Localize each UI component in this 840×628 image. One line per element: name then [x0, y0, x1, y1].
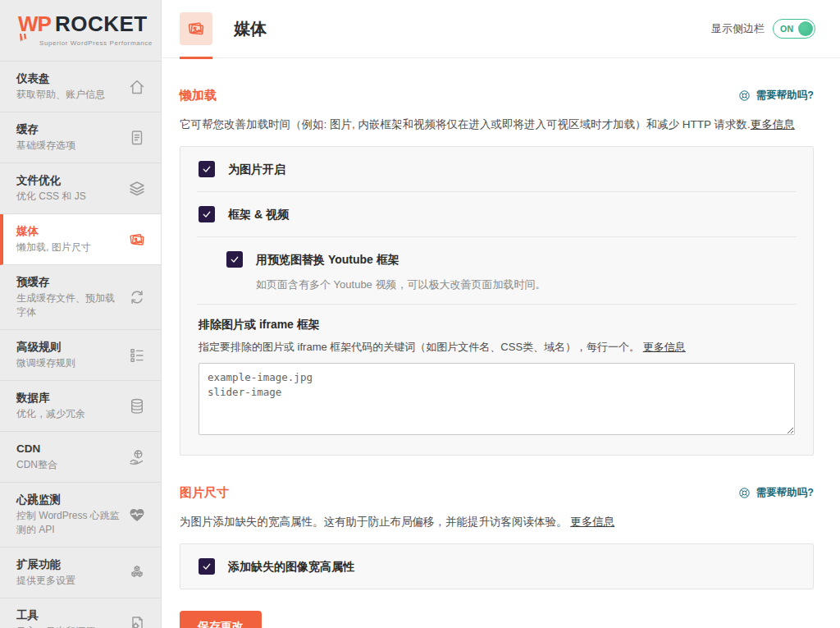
database-icon: [126, 397, 148, 416]
lifebuoy-icon: [737, 89, 751, 103]
image-dimensions-card: 添加缺失的图像宽高属性: [180, 543, 814, 589]
sidebar-item-title: 数据库: [16, 391, 121, 406]
lazyload-iframes-row[interactable]: 框架 & 视频: [180, 192, 813, 236]
sidebar-item-title: CDN: [16, 442, 121, 456]
sidebar-item-preload[interactable]: 预缓存 生成缓存文件、预加载字体: [0, 265, 161, 330]
sidebar-item-desc: 微调缓存规则: [16, 356, 121, 370]
sidebar-item-addons[interactable]: 扩展功能 提供更多设置: [0, 548, 161, 598]
sidebar-item-cdn[interactable]: CDN CDN整合: [0, 432, 161, 483]
sidebar-item-title: 缓存: [16, 122, 121, 137]
wp-rocket-settings-app: WP ROCKET Superior WordPress Performance…: [0, 0, 840, 628]
document-icon: [126, 128, 148, 148]
youtube-preview-label: 用预览图替换 Youtube 框架: [256, 251, 399, 268]
image-dimensions-help-link[interactable]: 需要帮助吗?: [737, 486, 814, 500]
lazyload-description-text: 它可帮您改善加载时间（例如: 图片, 内嵌框架和视频将仅在进入或即将进入可视区域…: [180, 118, 751, 131]
sidebar-item-desc: 优化，减少冗余: [16, 407, 121, 421]
youtube-preview-row[interactable]: 用预览图替换 Youtube 框架: [180, 237, 813, 273]
lazyload-iframes-checkbox[interactable]: [199, 206, 215, 222]
image-dimensions-description-text: 为图片添加缺失的宽高属性。这有助于防止布局偏移，并能提升访客阅读体验。: [180, 516, 568, 528]
sidebar-item-title: 心跳监测: [16, 493, 121, 507]
youtube-preview-subtext: 如页面含有多个 Youtube 视频，可以极大改善页面加载时间。: [256, 277, 813, 292]
help-link-label: 需要帮助吗?: [756, 89, 814, 103]
sidebar-item-desc: 优化 CSS 和 JS: [16, 190, 121, 204]
exclude-images-block: 排除图片或 iframe 框架 指定要排除的图片或 iframe 框架代码的关键…: [180, 305, 813, 455]
lazyload-options-card: 为图片开启 框架 & 视频 用预览图替换 Youtube 框架 如页面含有: [180, 146, 814, 456]
help-link-label: 需要帮助吗?: [756, 486, 814, 500]
lazyload-more-info-link[interactable]: 更多信息: [751, 118, 795, 131]
exclude-images-textarea[interactable]: example-image.jpg slider-image: [199, 363, 795, 435]
checklist-icon: [126, 346, 148, 365]
sidebar-item-desc: 生成缓存文件、预加载字体: [16, 291, 121, 319]
page-title: 媒体: [234, 18, 267, 40]
sidebar-item-desc: 基础缓存选项: [16, 139, 121, 153]
sidebar-item-cache[interactable]: 缓存 基础缓存选项: [0, 112, 161, 163]
sidebar-item-title: 仪表盘: [16, 71, 121, 86]
active-tab-accent-bar: [180, 57, 212, 59]
sidebar-item-database[interactable]: 数据库 优化，减少冗余: [0, 381, 161, 432]
sidebar-item-desc: 导入、导出和还原: [16, 625, 121, 628]
heartbeat-icon: [126, 505, 148, 525]
sidebar-item-title: 扩展功能: [16, 557, 121, 572]
sidebar-item-title: 预缓存: [16, 275, 121, 290]
sidebar-item-desc: 控制 WordPress 心跳监测的 API: [16, 509, 121, 537]
exclude-images-label: 排除图片或 iframe 框架: [199, 318, 795, 332]
sidebar-item-advanced-rules[interactable]: 高级规则 微调缓存规则: [0, 330, 161, 381]
sidebar-item-file-optimization[interactable]: 文件优化 优化 CSS 和 JS: [0, 163, 161, 214]
show-sidebar-label: 显示侧边栏: [711, 21, 765, 36]
globe-hand-icon: [126, 447, 148, 467]
exclude-more-info-link[interactable]: 更多信息: [643, 341, 686, 353]
sidebar-item-tools[interactable]: 工具 导入、导出和还原: [0, 598, 161, 628]
save-changes-button[interactable]: 保存更改: [180, 611, 262, 628]
add-dimensions-checkbox[interactable]: [199, 558, 215, 575]
main-panel: 媒体 显示侧边栏 ON 懒加载 需要帮助吗? 它可帮您改善加载时间（例如:: [162, 0, 840, 628]
rocket-flame-icon: [19, 34, 30, 44]
sidebar-item-heartbeat[interactable]: 心跳监测 控制 WordPress 心跳监测的 API: [0, 483, 161, 548]
layers-icon: [126, 179, 148, 199]
lazyload-iframes-label: 框架 & 视频: [228, 206, 289, 222]
add-dimensions-row[interactable]: 添加缺失的图像宽高属性: [180, 544, 813, 589]
sidebar-item-media[interactable]: 媒体 懒加载, 图片尺寸: [0, 214, 161, 265]
image-dimensions-section-title: 图片尺寸: [180, 485, 229, 501]
media-page-icon: [180, 12, 212, 45]
cubes-icon: [126, 563, 148, 583]
lazyload-images-checkbox[interactable]: [199, 161, 215, 177]
logo-tagline: Superior WordPress Performance: [39, 39, 149, 47]
youtube-preview-checkbox[interactable]: [226, 251, 243, 268]
sidebar-item-title: 高级规则: [16, 340, 121, 355]
sidebar-item-dashboard[interactable]: 仪表盘 获取帮助、账户信息: [0, 62, 161, 112]
file-gear-icon: [126, 614, 148, 628]
lifebuoy-icon: [737, 486, 751, 500]
settings-content: 懒加载 需要帮助吗? 它可帮您改善加载时间（例如: 图片, 内嵌框架和视频将仅在…: [162, 58, 840, 628]
sidebar-item-title: 文件优化: [16, 173, 121, 188]
sidebar-item-desc: 获取帮助、账户信息: [16, 88, 121, 102]
lazyload-section-title: 懒加载: [180, 88, 217, 103]
lazyload-help-link[interactable]: 需要帮助吗?: [737, 89, 814, 103]
exclude-images-description-text: 指定要排除的图片或 iframe 框架代码的关键词（如图片文件名、CSS类、域名…: [199, 341, 640, 353]
image-dimensions-more-info-link[interactable]: 更多信息: [570, 516, 614, 528]
photos-icon: [126, 230, 148, 250]
page-header: 媒体 显示侧边栏 ON: [162, 0, 840, 58]
sidebar-item-desc: 提供更多设置: [16, 574, 121, 588]
add-dimensions-label: 添加缺失的图像宽高属性: [228, 558, 354, 575]
lazyload-description: 它可帮您改善加载时间（例如: 图片, 内嵌框架和视频将仅在进入或即将进入可视区域…: [180, 117, 814, 133]
logo-rocket-text: ROCKET: [55, 11, 148, 37]
lazyload-images-row[interactable]: 为图片开启: [180, 147, 813, 191]
toggle-state-text: ON: [780, 24, 793, 34]
toggle-knob: [798, 21, 813, 36]
image-dimensions-section-header: 图片尺寸 需要帮助吗?: [180, 485, 814, 501]
image-dimensions-description: 为图片添加缺失的宽高属性。这有助于防止布局偏移，并能提升访客阅读体验。 更多信息: [180, 514, 814, 530]
lazyload-images-label: 为图片开启: [228, 161, 285, 177]
lazyload-section-header: 懒加载 需要帮助吗?: [180, 88, 814, 103]
show-sidebar-toggle[interactable]: ON: [773, 19, 815, 39]
sidebar-item-title: 媒体: [16, 224, 121, 239]
sidebar: WP ROCKET Superior WordPress Performance…: [0, 0, 162, 628]
sync-icon: [126, 287, 148, 307]
sidebar-item-title: 工具: [16, 608, 121, 623]
wp-rocket-logo: WP ROCKET Superior WordPress Performance: [0, 0, 161, 62]
exclude-images-description: 指定要排除的图片或 iframe 框架代码的关键词（如图片文件名、CSS类、域名…: [199, 339, 795, 355]
home-icon: [126, 77, 148, 97]
sidebar-item-desc: 懒加载, 图片尺寸: [16, 241, 121, 254]
sidebar-item-desc: CDN整合: [16, 458, 121, 472]
